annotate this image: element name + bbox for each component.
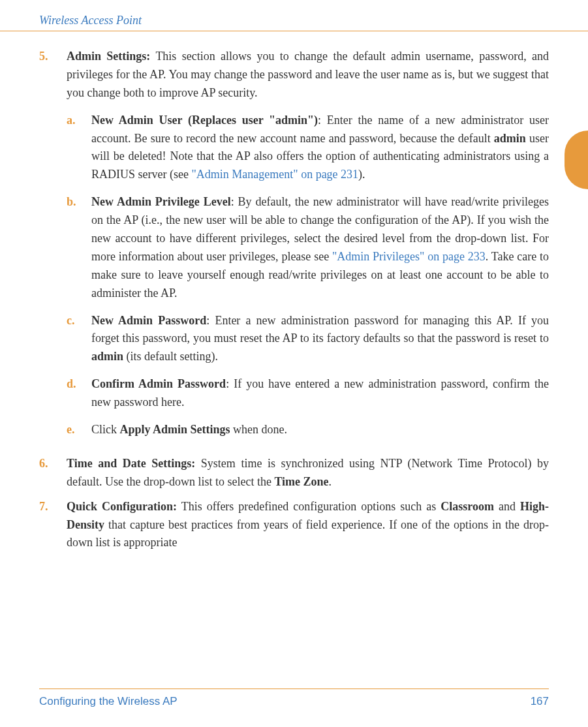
lead-bold: Quick Configuration: [67,500,177,513]
list-item-6: 6. Time and Date Settings: System time i… [39,455,549,491]
page-header: Wireless Access Point [0,0,588,31]
footer-section-title: Configuring the Wireless AP [39,693,178,710]
item-body: Time and Date Settings: System time is s… [67,455,549,491]
sub-body: Confirm Admin Password: If you have ente… [91,375,549,412]
sub-body: Click Apply Admin Settings when done. [91,421,549,439]
t: . [329,475,332,488]
sub-bold: Confirm Admin Password [91,377,226,390]
t: when done. [230,423,287,436]
sub-body: New Admin Password: Enter a new administ… [91,312,549,367]
sub-num: c. [67,312,91,367]
page-content: 5. Admin Settings: This section allows y… [0,31,588,552]
t: (its default setting). [123,350,218,363]
sub-bold: New Admin Privilege Level [91,195,231,208]
item-number: 5. [39,48,67,448]
sub-list: a. New Admin User (Replaces user "admin"… [67,112,549,439]
item-number: 6. [39,455,67,491]
header-title: Wireless Access Point [39,14,142,27]
sub-bold: New Admin Password [91,314,206,327]
sub-num: d. [67,375,91,412]
t: that capture best practices from years o… [67,518,549,549]
sub-body: New Admin Privilege Level: By default, t… [91,193,549,302]
inline-bold: Apply Admin Settings [120,423,230,436]
footer-page-number: 167 [531,693,549,710]
inline-bold: Classroom [441,500,494,513]
sub-num: a. [67,112,91,185]
inline-bold: Time Zone [274,475,328,488]
sub-num: b. [67,193,91,302]
sub-item-a: a. New Admin User (Replaces user "admin"… [67,112,549,185]
t: ). [358,168,365,181]
t: This offers predefined configuration opt… [177,500,441,513]
sub-body: New Admin User (Replaces user "admin"): … [91,112,549,185]
sub-num: e. [67,421,91,439]
inline-bold: admin [494,132,526,145]
item-body: Quick Configuration: This offers predefi… [67,498,549,553]
lead-bold: Admin Settings: [67,50,150,63]
t: and [494,500,520,513]
link-admin-management[interactable]: "Admin Management" on page 231 [191,168,358,181]
item-body: Admin Settings: This section allows you … [67,48,549,448]
lead-bold: Time and Date Settings: [67,457,195,470]
page-footer: Configuring the Wireless AP 167 [39,688,549,710]
list-item-5: 5. Admin Settings: This section allows y… [39,48,549,448]
sub-item-d: d. Confirm Admin Password: If you have e… [67,375,549,412]
t: Click [91,423,120,436]
list-item-7: 7. Quick Configuration: This offers pred… [39,498,549,553]
item-number: 7. [39,498,67,553]
sub-bold: New Admin User (Replaces user "admin") [91,114,318,127]
sub-item-e: e. Click Apply Admin Settings when done. [67,421,549,439]
inline-bold: admin [91,350,123,363]
sub-item-b: b. New Admin Privilege Level: By default… [67,193,549,302]
link-admin-privileges[interactable]: "Admin Privileges" on page 233 [332,250,486,263]
sub-item-c: c. New Admin Password: Enter a new admin… [67,312,549,367]
